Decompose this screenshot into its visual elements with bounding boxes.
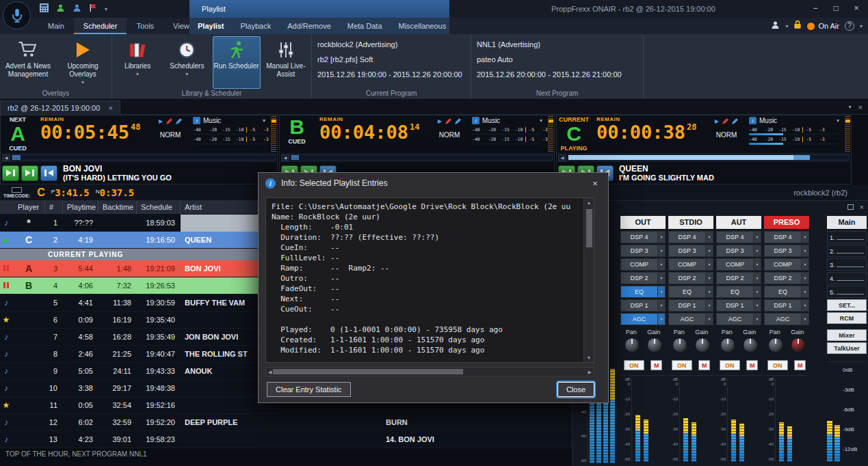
pan-knob[interactable] <box>720 338 735 353</box>
gain-knob[interactable] <box>695 338 710 353</box>
dsp-button-agc[interactable]: AGC▾ <box>716 313 761 325</box>
close-button[interactable]: × <box>846 1 867 16</box>
dropdown-caret-icon[interactable]: ▾ <box>801 286 808 297</box>
pan-knob[interactable] <box>672 338 687 353</box>
dropdown-caret-icon[interactable]: ▾ <box>753 286 761 297</box>
mute-button[interactable]: M <box>698 360 710 370</box>
channel-on-button[interactable]: ON <box>624 360 644 370</box>
hotkey-slot-1[interactable]: 1. <box>827 231 867 243</box>
dropdown-caret-icon[interactable]: ▾ <box>657 314 665 325</box>
set-button[interactable]: SET... <box>827 299 867 311</box>
tab-close-icon[interactable]: × <box>108 104 112 112</box>
ribbon-tab-main[interactable]: Main <box>38 18 74 34</box>
scroll-thumb[interactable] <box>273 369 463 374</box>
maximize-button[interactable]: □ <box>826 1 846 16</box>
ribbon-button-upcoming-overlays[interactable]: Upcoming Overlays▾ <box>56 36 109 89</box>
pan-knob[interactable] <box>624 338 640 353</box>
deck-playpause-button[interactable] <box>2 165 19 181</box>
close-dialog-button[interactable]: Close <box>557 382 594 397</box>
dropdown-caret-icon[interactable]: ▾ <box>753 273 761 284</box>
dropdown-caret-icon[interactable]: ▾ <box>705 286 713 297</box>
tab-list-caret-icon[interactable]: ▾ <box>849 104 852 110</box>
deck-play-icon[interactable]: ▶ <box>715 118 719 124</box>
ribbon-tab-scheduler[interactable]: Scheduler <box>74 18 127 34</box>
gain-knob[interactable] <box>791 338 806 353</box>
schedule-grid-icon[interactable] <box>40 3 49 15</box>
deck-edit-icon[interactable] <box>722 115 728 128</box>
minimize-button[interactable]: − <box>805 1 826 16</box>
dropdown-caret-icon[interactable]: ▾ <box>657 245 665 256</box>
deck-play-icon[interactable]: ▶ <box>438 118 442 124</box>
playlist-row[interactable]: ♪ 12 6:02 32:59 19:52:20 DEEP PURPLE BUR… <box>0 414 572 431</box>
deck-position-slider[interactable] <box>568 154 850 161</box>
gain-knob[interactable] <box>743 338 758 353</box>
deck-edit-icon[interactable] <box>445 115 451 128</box>
category-label[interactable]: Music <box>203 117 221 124</box>
dropdown-caret-icon[interactable]: ▾ <box>657 259 665 270</box>
dropdown-caret-icon[interactable]: ▾ <box>801 273 808 284</box>
help-icon[interactable]: ? <box>845 21 854 31</box>
ribbon-button-advert-news-management[interactable]: Advert & News Management <box>1 36 55 89</box>
category-caret-icon[interactable]: ▾ <box>837 118 839 124</box>
deck-prev-button[interactable]: ◀ <box>281 154 289 161</box>
scroll-left-icon[interactable]: ◀ <box>268 368 272 376</box>
scroll-up-icon[interactable]: ▲ <box>587 198 592 207</box>
pan-knob[interactable] <box>768 338 783 353</box>
strip-header[interactable]: OUT <box>620 216 666 229</box>
deck-prev-button[interactable]: ◀ <box>558 154 566 161</box>
dropdown-caret-icon[interactable]: ▾ <box>81 79 84 87</box>
lock-icon[interactable] <box>793 20 802 32</box>
column-header-backtime[interactable]: Backtime <box>98 201 137 214</box>
dsp-button-comp[interactable]: COMP▾ <box>668 258 713 271</box>
app-logo[interactable] <box>3 1 31 29</box>
column-header-player[interactable]: Player <box>0 201 45 214</box>
deck-play-icon[interactable]: ▶ <box>159 118 163 124</box>
dropdown-caret-icon[interactable]: ▾ <box>185 70 188 79</box>
deck-mode-label[interactable]: NORM <box>707 131 746 139</box>
dsp-button-dsp-4[interactable]: DSP 4▾ <box>764 231 809 243</box>
gain-knob[interactable] <box>647 338 662 353</box>
dsp-button-dsp-4[interactable]: DSP 4▾ <box>668 231 713 243</box>
scroll-thumb[interactable] <box>586 209 592 247</box>
column-header-[interactable]: # <box>45 201 63 214</box>
horizontal-scrollbar[interactable]: ◀ ▶ <box>265 367 594 376</box>
context-tab-miscellaneous[interactable]: Miscellaneous <box>391 18 455 34</box>
deck-volume-fader[interactable] <box>845 116 850 152</box>
deck-edit2-icon[interactable] <box>731 115 738 128</box>
category-label[interactable]: Music <box>482 117 500 124</box>
talkuser-button[interactable]: TalkUser <box>827 342 867 354</box>
dsp-button-dsp-1[interactable]: DSP 1▾ <box>668 299 713 312</box>
dsp-button-eq[interactable]: EQ▾ <box>716 286 761 298</box>
deck-edit2-icon[interactable] <box>454 115 461 128</box>
main-strip-header[interactable]: Main <box>827 216 867 229</box>
dropdown-caret-icon[interactable]: ▾ <box>753 314 761 325</box>
dropdown-caret-icon[interactable]: ▾ <box>657 232 665 243</box>
dropdown-caret-icon[interactable]: ▾ <box>801 232 808 243</box>
dsp-button-dsp-4[interactable]: DSP 4▾ <box>620 231 666 243</box>
dropdown-caret-icon[interactable]: ▾ <box>705 232 713 243</box>
dropdown-caret-icon[interactable]: ▾ <box>136 70 139 79</box>
user-blue-icon[interactable] <box>73 3 81 15</box>
mute-button[interactable]: M <box>650 360 662 370</box>
playlist-row[interactable]: ♪ 13 4:23 39:01 19:58:23 14. BON JOVI <box>0 431 572 448</box>
deck-edit2-icon[interactable] <box>175 115 182 128</box>
qat-caret-icon[interactable]: ▾ <box>105 6 107 12</box>
vertical-scrollbar[interactable]: ▲ ▼ <box>583 198 594 362</box>
scroll-right-icon[interactable]: ▶ <box>588 368 592 376</box>
ribbon-button-schedulers[interactable]: Schedulers▾ <box>163 36 211 89</box>
dropdown-caret-icon[interactable]: ▾ <box>801 259 808 270</box>
dsp-button-eq[interactable]: EQ▾ <box>620 286 666 298</box>
dropdown-caret-icon[interactable]: ▾ <box>705 300 713 311</box>
dropdown-caret-icon[interactable]: ▾ <box>657 286 665 297</box>
rcm-button[interactable]: RCM <box>827 312 867 324</box>
deck-volume-fader[interactable] <box>548 116 553 152</box>
dropdown-caret-icon[interactable]: ▾ <box>801 314 808 325</box>
context-tab-playback[interactable]: Playback <box>233 18 280 34</box>
dropdown-caret-icon[interactable]: ▾ <box>657 273 665 284</box>
dsp-button-dsp-1[interactable]: DSP 1▾ <box>716 299 761 312</box>
dropdown-caret-icon[interactable]: ▾ <box>753 232 761 243</box>
deck-mode-label[interactable]: NORM <box>430 131 469 139</box>
dsp-button-dsp-1[interactable]: DSP 1▾ <box>620 299 666 312</box>
dsp-button-comp[interactable]: COMP▾ <box>620 258 666 271</box>
scroll-down-icon[interactable]: ▼ <box>587 353 592 362</box>
